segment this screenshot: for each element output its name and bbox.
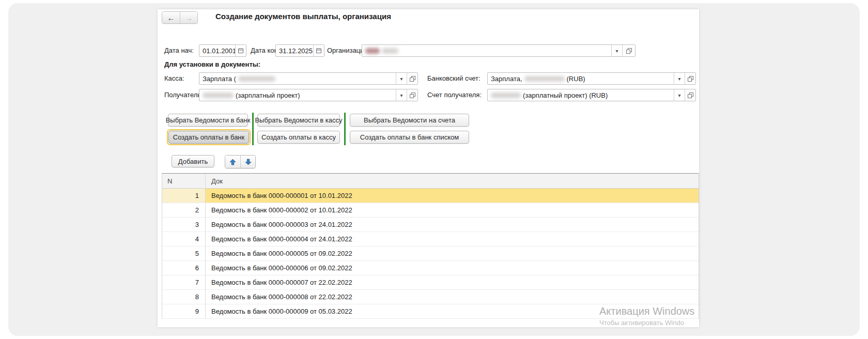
table-row[interactable]: 8 Ведомость в банк 0000-000008 от 22.02.… <box>162 290 699 304</box>
select-vedomosti-bank-button[interactable]: Выбрать Ведомости в банк <box>168 114 248 127</box>
create-payments-bank-list-button[interactable]: Создать оплаты в банк списком <box>350 131 469 144</box>
row-number: 3 <box>162 218 206 232</box>
open-button[interactable] <box>622 45 635 56</box>
chevron-down-icon: ▾ <box>678 76 680 82</box>
app-window: ← → Создание документов выплаты, организ… <box>158 9 699 327</box>
forward-button[interactable]: → <box>180 12 197 23</box>
recipient-account-field[interactable]: (зарплатный проект) (RUB) ▾ <box>487 89 696 101</box>
redacted-text <box>524 76 565 82</box>
redacted-text <box>382 48 398 54</box>
table-row[interactable]: 7 Ведомость в банк 0000-000007 от 22.02.… <box>162 275 699 290</box>
back-button[interactable]: ← <box>162 12 180 23</box>
row-number: 7 <box>162 275 206 289</box>
date-end-field[interactable]: 31.12.2025 <box>275 44 324 57</box>
table-row[interactable]: 2 Ведомость в банк 0000-000002 от 10.01.… <box>162 203 699 218</box>
date-start-label: Дата нач: <box>164 44 194 57</box>
open-icon <box>410 76 415 82</box>
row-number: 8 <box>162 290 206 304</box>
open-button[interactable] <box>407 89 417 101</box>
dropdown-button[interactable]: ▾ <box>396 89 407 101</box>
open-button[interactable] <box>685 89 695 101</box>
organization-field[interactable]: ▾ <box>362 44 636 57</box>
group-separator <box>252 113 254 145</box>
bank-account-value: Зарплата, (RUB) <box>488 73 674 84</box>
table-body: 1 Ведомость в банк 0000-000001 от 10.01.… <box>162 189 699 319</box>
date-end-value: 31.12.2025 <box>276 45 313 56</box>
redacted-text <box>238 76 275 82</box>
table-header: N Док <box>162 174 699 189</box>
watermark-line2: Чтобы активировать Windo <box>599 319 699 327</box>
chevron-down-icon: ▾ <box>678 93 680 98</box>
column-header-n[interactable]: N <box>162 174 206 188</box>
recipient-account-value: (зарплатный проект) (RUB) <box>488 89 674 101</box>
section-label: Для установки в документы: <box>164 60 260 68</box>
create-payments-bank-button[interactable]: Создать оплаты в банк <box>168 131 249 144</box>
recipient-account-label: Счет получателя: <box>427 89 482 101</box>
table-row[interactable]: 3 Ведомость в банк 0000-000003 от 24.01.… <box>162 218 699 232</box>
open-icon <box>626 48 632 54</box>
row-number: 1 <box>162 189 206 203</box>
row-doc: Ведомость в банк 0000-000009 от 05.03.20… <box>206 304 699 318</box>
kassa-value: Зарплата ( <box>199 73 396 84</box>
move-down-button[interactable] <box>240 156 255 168</box>
chevron-down-icon: ▾ <box>615 48 618 54</box>
column-header-doc[interactable]: Док <box>206 174 699 188</box>
bank-account-label: Банковский счет: <box>427 72 481 85</box>
arrow-up-icon <box>229 159 236 165</box>
dropdown-button[interactable]: ▾ <box>611 45 622 56</box>
bank-account-field[interactable]: Зарплата, (RUB) ▾ <box>487 72 696 85</box>
table-row[interactable]: 1 Ведомость в банк 0000-000001 от 10.01.… <box>162 189 699 203</box>
history-nav: ← → <box>162 11 198 24</box>
documents-table: N Док 1 Ведомость в банк 0000-000001 от … <box>162 173 699 319</box>
open-button[interactable] <box>685 73 695 84</box>
table-row[interactable]: 9 Ведомость в банк 0000-000009 от 05.03.… <box>162 304 699 319</box>
redacted-text <box>365 48 380 54</box>
move-up-button[interactable] <box>225 156 240 168</box>
recipient-value: (зарплатный проект) <box>199 89 396 101</box>
open-button[interactable] <box>407 73 417 84</box>
calendar-button[interactable] <box>235 45 246 56</box>
date-start-value: 01.01.2001 <box>199 45 235 56</box>
open-icon <box>688 76 693 82</box>
recipient-label: Получатель: <box>164 89 203 101</box>
row-number: 5 <box>162 246 206 260</box>
row-number: 4 <box>162 232 206 246</box>
calendar-button[interactable] <box>313 45 324 56</box>
redacted-text <box>491 93 521 98</box>
row-doc: Ведомость в банк 0000-000004 от 24.01.20… <box>206 232 699 246</box>
arrow-right-icon: → <box>185 13 193 22</box>
table-row[interactable]: 4 Ведомость в банк 0000-000004 от 24.01.… <box>162 232 699 246</box>
row-number: 2 <box>162 203 206 217</box>
create-payments-kassa-button[interactable]: Создать оплаты в кассу <box>257 131 340 144</box>
reorder-buttons <box>225 155 256 168</box>
dropdown-button[interactable]: ▾ <box>674 89 685 101</box>
select-vedomosti-kassa-button[interactable]: Выбрать Ведомости в кассу <box>257 114 340 127</box>
select-vedomosti-accounts-button[interactable]: Выбрать Ведомости на счета <box>350 114 469 127</box>
calendar-icon <box>238 48 244 54</box>
focused-button-ring: Создать оплаты в банк <box>167 129 251 145</box>
table-row[interactable]: 5 Ведомость в банк 0000-000005 от 09.02.… <box>162 246 699 261</box>
date-start-field[interactable]: 01.01.2001 <box>199 44 246 57</box>
chevron-down-icon: ▾ <box>400 93 402 98</box>
row-number: 9 <box>162 304 206 318</box>
organization-value <box>362 45 611 56</box>
add-button[interactable]: Добавить <box>172 155 214 167</box>
kassa-field[interactable]: Зарплата ( ▾ <box>199 72 418 85</box>
table-row[interactable]: 6 Ведомость в банк 0000-000006 от 09.02.… <box>162 261 699 275</box>
dropdown-button[interactable]: ▾ <box>396 73 407 84</box>
recipient-field[interactable]: (зарплатный проект) ▾ <box>199 89 418 101</box>
open-icon <box>688 93 693 98</box>
page-title: Создание документов выплаты, организация <box>215 12 391 21</box>
row-doc: Ведомость в банк 0000-000003 от 24.01.20… <box>206 218 699 232</box>
row-doc: Ведомость в банк 0000-000008 от 22.02.20… <box>206 290 699 304</box>
row-doc: Ведомость в банк 0000-000001 от 10.01.20… <box>206 189 699 203</box>
row-doc: Ведомость в банк 0000-000005 от 09.02.20… <box>206 246 699 260</box>
row-number: 6 <box>162 261 206 275</box>
dropdown-button[interactable]: ▾ <box>674 73 685 84</box>
open-icon <box>410 93 415 98</box>
arrow-left-icon: ← <box>167 13 175 22</box>
redacted-text <box>203 93 234 98</box>
kassa-label: Касса: <box>164 72 184 85</box>
row-doc: Ведомость в банк 0000-000002 от 10.01.20… <box>206 203 699 217</box>
group-separator <box>344 113 346 145</box>
